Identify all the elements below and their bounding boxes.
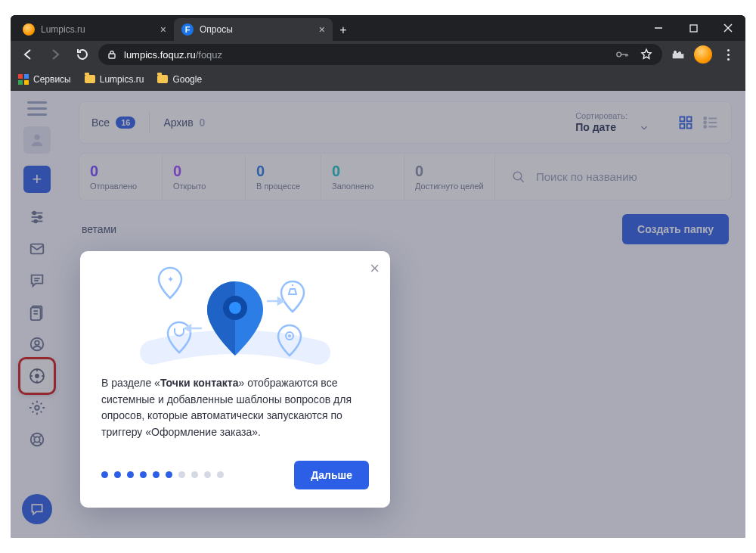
window-controls (641, 15, 745, 41)
bookmark-label: Google (172, 74, 202, 85)
new-tab-button[interactable]: + (333, 20, 354, 41)
svg-text:✦: ✦ (167, 275, 174, 284)
step-dot[interactable] (140, 471, 147, 478)
step-dot[interactable] (114, 471, 121, 478)
step-dot[interactable] (101, 471, 108, 478)
bookmark-folder-lumpics[interactable]: Lumpics.ru (85, 74, 144, 85)
url-text: lumpics.foquz.ru/foquz (124, 49, 222, 61)
illustration: ✦ (101, 266, 369, 365)
menu-button[interactable] (717, 43, 739, 66)
svg-point-5 (617, 52, 621, 57)
svg-point-51 (288, 334, 291, 337)
svg-rect-1 (690, 25, 697, 32)
step-dot[interactable] (204, 471, 211, 478)
onboarding-popup: × ✦ (80, 251, 390, 508)
back-button[interactable] (17, 43, 39, 66)
svg-point-48 (229, 302, 241, 314)
bookmark-label: Lumpics.ru (100, 74, 144, 85)
maximize-button[interactable] (676, 17, 711, 39)
apps-icon (18, 74, 29, 85)
tab-strip: Lumpics.ru × F Опросы × + (11, 15, 745, 41)
step-dot[interactable] (166, 471, 172, 478)
close-window-button[interactable] (711, 17, 745, 39)
close-tab-icon[interactable]: × (160, 23, 166, 36)
toolbar: lumpics.foquz.ru/foquz (11, 41, 745, 68)
app-viewport: + Все (11, 91, 745, 538)
reload-button[interactable] (71, 43, 94, 66)
forward-button[interactable] (44, 43, 67, 66)
step-dot[interactable] (178, 471, 185, 478)
minimize-button[interactable] (641, 17, 676, 39)
step-dot[interactable] (127, 471, 134, 478)
svg-rect-4 (109, 54, 115, 58)
favicon (23, 23, 35, 36)
next-button[interactable]: Дальше (294, 461, 369, 489)
tab-lumpics[interactable]: Lumpics.ru × (15, 18, 174, 41)
step-dots (101, 471, 224, 478)
step-dot[interactable] (153, 471, 160, 478)
close-icon[interactable]: × (370, 259, 380, 278)
extensions-button[interactable] (667, 43, 689, 66)
bookmark-apps[interactable]: Сервисы (18, 74, 71, 85)
address-bar[interactable]: lumpics.foquz.ru/foquz (98, 44, 662, 65)
profile-avatar[interactable] (694, 45, 712, 64)
svg-marker-55 (185, 325, 191, 331)
bookmarks-bar: Сервисы Lumpics.ru Google (11, 68, 745, 91)
folder-icon (157, 75, 168, 83)
tab-foquz[interactable]: F Опросы × (174, 18, 333, 41)
bookmark-label: Сервисы (33, 74, 71, 85)
popup-text: В разделе «Точки контакта» отображаются … (101, 375, 369, 441)
tab-label: Lumpics.ru (41, 24, 154, 35)
browser-window: Lumpics.ru × F Опросы × + lumpics.foquz (11, 15, 745, 538)
folder-icon (85, 75, 95, 83)
close-tab-icon[interactable]: × (319, 23, 325, 36)
lock-icon (107, 50, 116, 59)
star-icon[interactable] (640, 48, 653, 61)
tab-label: Опросы (200, 24, 313, 35)
favicon: F (181, 23, 194, 36)
bookmark-folder-google[interactable]: Google (157, 74, 202, 85)
key-icon[interactable] (615, 51, 629, 58)
step-dot[interactable] (217, 471, 224, 478)
step-dot[interactable] (191, 471, 198, 478)
